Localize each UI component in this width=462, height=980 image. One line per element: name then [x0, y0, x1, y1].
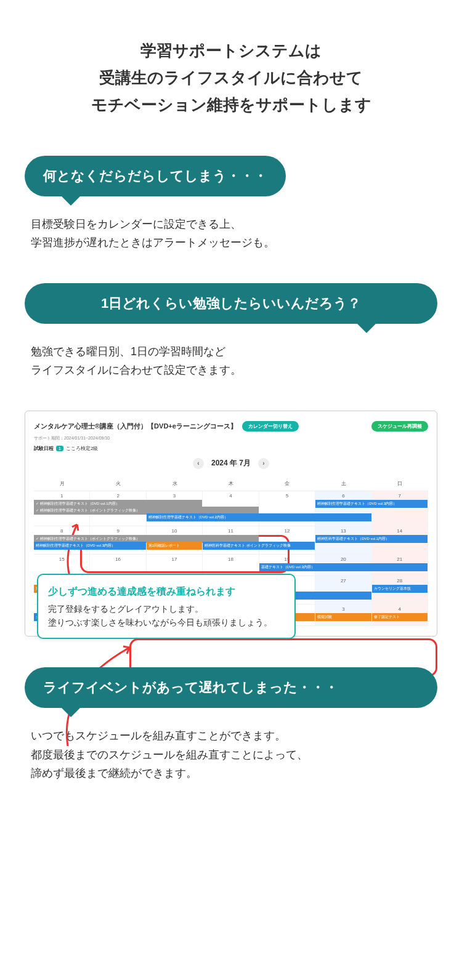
schedule-bar[interactable]: 精神医科学基礎テキスト ポイントグラフィック映像 — [203, 542, 315, 550]
bubble-3: ライフイベントがあって遅れてしまった・・・ — [25, 667, 437, 708]
month-label: 2024 年 7月 — [211, 458, 251, 468]
exam-schedule: 試験日程 1 こころ検定2級 — [34, 445, 428, 452]
calendar-cell[interactable]: 4修了認定テスト — [372, 604, 428, 626]
callout-box: 少しずつ進める達成感を積み重ねられます 完了登録をするとグレイアウトします。塗り… — [37, 574, 296, 639]
calendar-cell[interactable]: 27 — [315, 576, 371, 604]
section-text-2: 勉強できる曜日別、1日の学習時間などライフスタイルに合わせて設定できます。 — [25, 342, 437, 380]
calendar-cell[interactable]: 19基礎テキスト（DVD vol.3内容） — [259, 555, 315, 576]
calendar-cell[interactable]: 8✓ 精神解剖生理学基礎テキスト（ポイントグラフィック映像）精神解剖生理学基礎テ… — [34, 526, 90, 555]
headline: 学習サポートシステムは受講生のライフスタイルに合わせてモチベーション維持をサポー… — [25, 37, 437, 119]
calendar-cell[interactable]: 15 — [34, 555, 90, 576]
calendar-cell[interactable]: 16 — [90, 555, 146, 576]
prev-month-button[interactable]: ‹ — [193, 458, 204, 469]
schedule-bar[interactable]: 模擬試験 — [315, 613, 371, 621]
schedule-bar[interactable]: 修了認定テスト — [372, 613, 428, 621]
reschedule-button[interactable]: スケジュール再調整 — [371, 421, 428, 432]
course-title: メンタルケア心理士®講座（入門付）【DVD+eラーニングコース】 — [34, 422, 237, 431]
dow-header: 木 — [203, 476, 259, 491]
calendar-cell[interactable]: 1✓ 精神解剖生理学基礎テキスト（DVD vol.1内容）✓ 精神解剖生理学基礎… — [34, 491, 90, 526]
schedule-bar[interactable]: 基礎テキスト（DVD vol.3内容） — [259, 563, 428, 571]
schedule-bar[interactable]: カウンセリング基本技 — [372, 585, 428, 593]
bubble-2: 1日どれくらい勉強したらいいんだろう？ — [25, 283, 437, 324]
support-period: サポート期間：2024/01/31~2024/09/30 — [34, 435, 428, 441]
calendar-cell[interactable]: 28カウンセリング基本技 — [372, 576, 428, 604]
next-month-button[interactable]: › — [258, 458, 269, 469]
calendar-cell[interactable]: 18 — [203, 555, 259, 576]
section-text-1: 目標受験日をカレンダーに設定できる上、学習進捗が遅れたときはアラートメッセージも… — [25, 215, 437, 252]
bubble-1: 何となくだらだらしてしまう・・・ — [25, 156, 286, 196]
dow-header: 土 — [315, 476, 371, 491]
callout-body: 完了登録をするとグレイアウトします。塗りつぶす楽しさを味わいながら今日も頑張りま… — [48, 602, 285, 630]
dow-header: 火 — [90, 476, 146, 491]
callout-title: 少しずつ進める達成感を積み重ねられます — [48, 584, 285, 600]
calendar-switch-button[interactable]: カレンダー切り替え — [242, 421, 299, 432]
schedule-bar[interactable]: 精神解剖生理学基礎テキスト（DVD vol.2内容） — [147, 513, 371, 521]
dow-header: 金 — [259, 476, 315, 491]
calendar-figure: メンタルケア心理士®講座（入門付）【DVD+eラーニングコース】 カレンダー切り… — [25, 411, 437, 637]
schedule-bar[interactable]: 精神医科学基礎テキスト（DVD vol.1内容） — [315, 535, 428, 543]
schedule-bar[interactable]: 精神解剖生理学基礎テキスト（DVD vol.3内容） — [34, 542, 146, 550]
calendar-cell[interactable]: 3模擬試験 — [315, 604, 371, 626]
schedule-bar[interactable]: 精神解剖生理学基礎テキスト（DVD vol.3内容） — [315, 500, 428, 508]
dow-header: 月 — [34, 476, 90, 491]
section-text-3: いつでもスケジュールを組み直すことができます。都度最後までのスケジュールを組み直… — [25, 726, 437, 783]
calendar-cell[interactable]: 12 — [259, 526, 315, 555]
dow-header: 日 — [372, 476, 428, 491]
calendar-cell[interactable]: 7 — [372, 491, 428, 526]
calendar-cell[interactable]: 13精神医科学基礎テキスト（DVD vol.1内容） — [315, 526, 371, 555]
dow-header: 水 — [147, 476, 203, 491]
schedule-bar[interactable]: 第1回確認レポート — [147, 542, 202, 550]
calendar-cell[interactable]: 17 — [147, 555, 203, 576]
